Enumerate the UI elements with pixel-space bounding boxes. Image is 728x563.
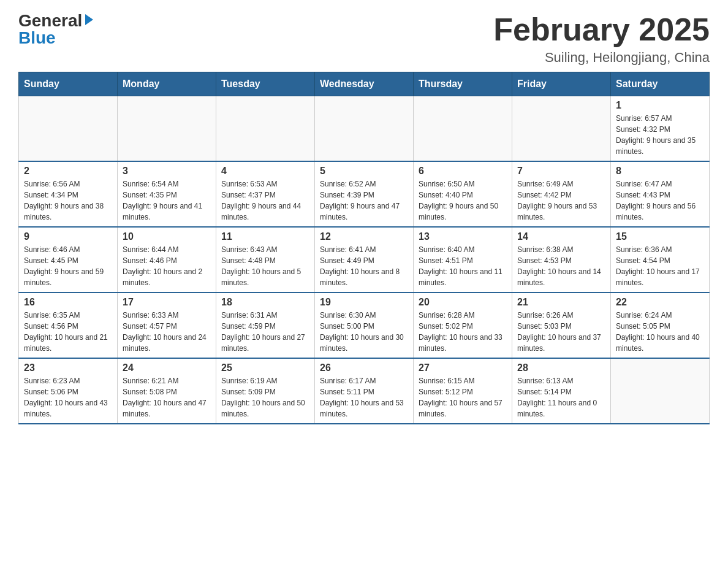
calendar-cell: 10Sunrise: 6:44 AMSunset: 4:46 PMDayligh… xyxy=(118,227,216,293)
day-header-wednesday: Wednesday xyxy=(315,72,414,96)
day-number: 6 xyxy=(419,166,507,177)
day-number: 15 xyxy=(616,231,704,242)
calendar-header-row: SundayMondayTuesdayWednesdayThursdayFrid… xyxy=(19,72,710,96)
day-info: Sunrise: 6:38 AMSunset: 4:53 PMDaylight:… xyxy=(517,244,605,288)
day-number: 26 xyxy=(320,362,408,373)
day-info: Sunrise: 6:57 AMSunset: 4:32 PMDaylight:… xyxy=(616,113,704,157)
calendar-cell xyxy=(414,96,512,162)
day-number: 2 xyxy=(24,166,112,177)
day-info: Sunrise: 6:50 AMSunset: 4:40 PMDaylight:… xyxy=(419,178,507,223)
day-number: 19 xyxy=(320,297,408,308)
day-header-saturday: Saturday xyxy=(611,72,710,96)
calendar-cell: 5Sunrise: 6:52 AMSunset: 4:39 PMDaylight… xyxy=(315,161,414,227)
day-header-thursday: Thursday xyxy=(414,72,512,96)
day-info: Sunrise: 6:17 AMSunset: 5:11 PMDaylight:… xyxy=(320,375,408,419)
day-number: 7 xyxy=(517,166,605,177)
day-number: 1 xyxy=(616,100,704,111)
page-header: General Blue February 2025 Suiling, Heil… xyxy=(18,12,710,66)
day-info: Sunrise: 6:23 AMSunset: 5:06 PMDaylight:… xyxy=(24,375,112,419)
calendar-cell: 3Sunrise: 6:54 AMSunset: 4:35 PMDaylight… xyxy=(118,161,216,227)
day-number: 17 xyxy=(123,297,211,308)
title-section: February 2025 Suiling, Heilongjiang, Chi… xyxy=(493,12,710,66)
calendar-cell: 7Sunrise: 6:49 AMSunset: 4:42 PMDaylight… xyxy=(512,161,611,227)
logo-arrow-icon xyxy=(85,14,93,25)
calendar-cell: 11Sunrise: 6:43 AMSunset: 4:48 PMDayligh… xyxy=(216,227,315,293)
day-info: Sunrise: 6:21 AMSunset: 5:08 PMDaylight:… xyxy=(123,375,211,419)
day-number: 13 xyxy=(419,231,507,242)
day-info: Sunrise: 6:36 AMSunset: 4:54 PMDaylight:… xyxy=(616,244,704,288)
day-info: Sunrise: 6:56 AMSunset: 4:34 PMDaylight:… xyxy=(24,178,112,223)
day-number: 9 xyxy=(24,231,112,242)
day-number: 16 xyxy=(24,297,112,308)
calendar-cell xyxy=(611,358,710,424)
logo: General Blue xyxy=(18,12,93,47)
calendar-cell: 16Sunrise: 6:35 AMSunset: 4:56 PMDayligh… xyxy=(19,293,118,358)
calendar-cell: 1Sunrise: 6:57 AMSunset: 4:32 PMDaylight… xyxy=(611,96,710,162)
calendar-cell: 15Sunrise: 6:36 AMSunset: 4:54 PMDayligh… xyxy=(611,227,710,293)
calendar-cell: 12Sunrise: 6:41 AMSunset: 4:49 PMDayligh… xyxy=(315,227,414,293)
day-info: Sunrise: 6:52 AMSunset: 4:39 PMDaylight:… xyxy=(320,178,408,223)
location-title: Suiling, Heilongjiang, China xyxy=(493,50,710,66)
day-number: 20 xyxy=(419,297,507,308)
day-info: Sunrise: 6:49 AMSunset: 4:42 PMDaylight:… xyxy=(517,178,605,223)
day-number: 11 xyxy=(221,231,309,242)
day-header-sunday: Sunday xyxy=(19,72,118,96)
day-number: 22 xyxy=(616,297,704,308)
day-number: 5 xyxy=(320,166,408,177)
day-number: 3 xyxy=(123,166,211,177)
day-info: Sunrise: 6:33 AMSunset: 4:57 PMDaylight:… xyxy=(123,310,211,354)
calendar-cell: 14Sunrise: 6:38 AMSunset: 4:53 PMDayligh… xyxy=(512,227,611,293)
calendar-cell xyxy=(216,96,315,162)
calendar-cell: 22Sunrise: 6:24 AMSunset: 5:05 PMDayligh… xyxy=(611,293,710,358)
day-number: 10 xyxy=(123,231,211,242)
day-info: Sunrise: 6:15 AMSunset: 5:12 PMDaylight:… xyxy=(419,375,507,419)
calendar-cell xyxy=(512,96,611,162)
day-info: Sunrise: 6:19 AMSunset: 5:09 PMDaylight:… xyxy=(221,375,309,419)
calendar-week-row: 2Sunrise: 6:56 AMSunset: 4:34 PMDaylight… xyxy=(19,161,710,227)
calendar-week-row: 23Sunrise: 6:23 AMSunset: 5:06 PMDayligh… xyxy=(19,358,710,424)
day-number: 28 xyxy=(517,362,605,373)
calendar-cell: 21Sunrise: 6:26 AMSunset: 5:03 PMDayligh… xyxy=(512,293,611,358)
day-info: Sunrise: 6:24 AMSunset: 5:05 PMDaylight:… xyxy=(616,310,704,354)
day-info: Sunrise: 6:53 AMSunset: 4:37 PMDaylight:… xyxy=(221,178,309,223)
calendar-cell xyxy=(118,96,216,162)
calendar-cell: 20Sunrise: 6:28 AMSunset: 5:02 PMDayligh… xyxy=(414,293,512,358)
day-info: Sunrise: 6:54 AMSunset: 4:35 PMDaylight:… xyxy=(123,178,211,223)
day-number: 27 xyxy=(419,362,507,373)
calendar-cell xyxy=(19,96,118,162)
day-info: Sunrise: 6:28 AMSunset: 5:02 PMDaylight:… xyxy=(419,310,507,354)
calendar-cell: 26Sunrise: 6:17 AMSunset: 5:11 PMDayligh… xyxy=(315,358,414,424)
calendar-cell: 13Sunrise: 6:40 AMSunset: 4:51 PMDayligh… xyxy=(414,227,512,293)
day-number: 23 xyxy=(24,362,112,373)
day-number: 25 xyxy=(221,362,309,373)
day-info: Sunrise: 6:46 AMSunset: 4:45 PMDaylight:… xyxy=(24,244,112,288)
calendar-table: SundayMondayTuesdayWednesdayThursdayFrid… xyxy=(18,72,710,424)
day-info: Sunrise: 6:44 AMSunset: 4:46 PMDaylight:… xyxy=(123,244,211,288)
calendar-week-row: 9Sunrise: 6:46 AMSunset: 4:45 PMDaylight… xyxy=(19,227,710,293)
calendar-cell: 6Sunrise: 6:50 AMSunset: 4:40 PMDaylight… xyxy=(414,161,512,227)
day-info: Sunrise: 6:40 AMSunset: 4:51 PMDaylight:… xyxy=(419,244,507,288)
day-info: Sunrise: 6:31 AMSunset: 4:59 PMDaylight:… xyxy=(221,310,309,354)
calendar-cell: 28Sunrise: 6:13 AMSunset: 5:14 PMDayligh… xyxy=(512,358,611,424)
day-number: 24 xyxy=(123,362,211,373)
day-header-friday: Friday xyxy=(512,72,611,96)
day-info: Sunrise: 6:13 AMSunset: 5:14 PMDaylight:… xyxy=(517,375,605,419)
day-info: Sunrise: 6:47 AMSunset: 4:43 PMDaylight:… xyxy=(616,178,704,223)
day-number: 21 xyxy=(517,297,605,308)
calendar-cell: 19Sunrise: 6:30 AMSunset: 5:00 PMDayligh… xyxy=(315,293,414,358)
day-header-monday: Monday xyxy=(118,72,216,96)
day-number: 14 xyxy=(517,231,605,242)
calendar-cell: 17Sunrise: 6:33 AMSunset: 4:57 PMDayligh… xyxy=(118,293,216,358)
day-info: Sunrise: 6:35 AMSunset: 4:56 PMDaylight:… xyxy=(24,310,112,354)
day-number: 12 xyxy=(320,231,408,242)
calendar-cell: 27Sunrise: 6:15 AMSunset: 5:12 PMDayligh… xyxy=(414,358,512,424)
day-info: Sunrise: 6:30 AMSunset: 5:00 PMDaylight:… xyxy=(320,310,408,354)
calendar-week-row: 1Sunrise: 6:57 AMSunset: 4:32 PMDaylight… xyxy=(19,96,710,162)
calendar-cell: 9Sunrise: 6:46 AMSunset: 4:45 PMDaylight… xyxy=(19,227,118,293)
calendar-week-row: 16Sunrise: 6:35 AMSunset: 4:56 PMDayligh… xyxy=(19,293,710,358)
calendar-cell: 4Sunrise: 6:53 AMSunset: 4:37 PMDaylight… xyxy=(216,161,315,227)
day-header-tuesday: Tuesday xyxy=(216,72,315,96)
calendar-cell: 23Sunrise: 6:23 AMSunset: 5:06 PMDayligh… xyxy=(19,358,118,424)
logo-blue-text: Blue xyxy=(18,29,56,47)
day-info: Sunrise: 6:26 AMSunset: 5:03 PMDaylight:… xyxy=(517,310,605,354)
